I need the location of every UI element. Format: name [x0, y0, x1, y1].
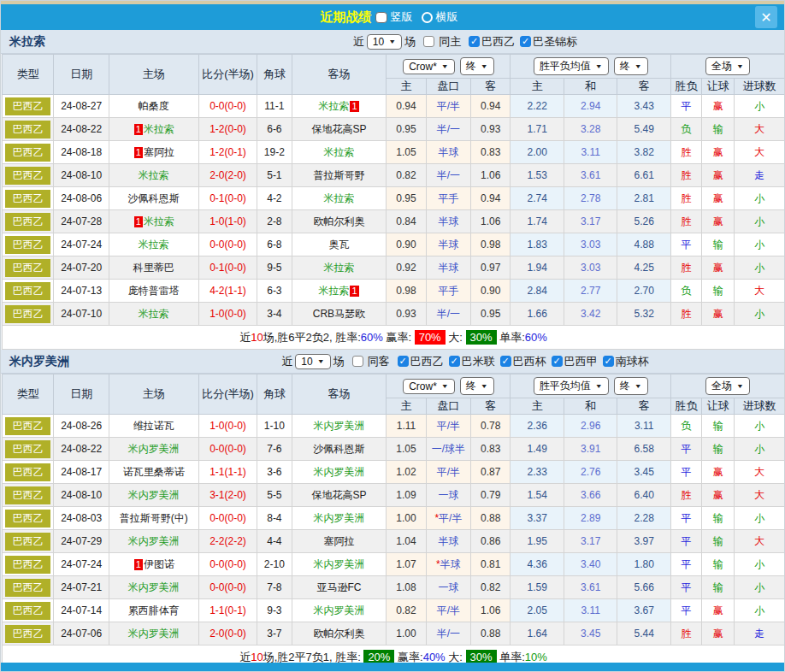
- subcol-result: 胜负: [670, 398, 701, 415]
- league-label[interactable]: 巴米联: [462, 354, 495, 369]
- away-odds-cell: 0.78: [471, 415, 511, 438]
- close-button[interactable]: ✕: [755, 6, 777, 28]
- away-odds-cell: 0.81: [471, 553, 511, 576]
- league-checkbox[interactable]: ✓: [398, 356, 409, 367]
- same-venue-label[interactable]: 同客: [368, 354, 390, 369]
- result-cell: 胜: [670, 303, 701, 326]
- handicap-cell: 半/一: [426, 622, 470, 645]
- avg-odds-header: 胜平负均值▼ 终▼: [511, 55, 670, 79]
- away-odds-cell: 0.87: [471, 461, 511, 484]
- col-home: 主场: [109, 55, 198, 95]
- handicap-cell: 半/一: [426, 164, 470, 187]
- subcol-home-odds: 主: [387, 398, 426, 415]
- date-cell: 24-08-18: [54, 141, 109, 164]
- recent-results-dialog: 近期战绩 竖版 横版 ✕ 米拉索 近 10▼ 场 同主 ✓巴西乙✓巴圣锦标: [0, 0, 785, 672]
- league-label[interactable]: 南球杯: [616, 354, 649, 369]
- match-row: 巴西乙24-07-21米内罗美洲0-0(0-0)7-8亚马逊FC1.08一球0.…: [3, 576, 785, 599]
- score-cell: 1-0(1-0): [198, 210, 257, 233]
- avg-odds-cell: 2.33: [511, 461, 564, 484]
- date-cell: 24-08-22: [54, 438, 109, 461]
- handicap-cell: 半球: [426, 256, 470, 280]
- chevron-down-icon: ▼: [388, 38, 396, 45]
- league-label[interactable]: 巴圣锦标: [533, 34, 577, 50]
- result-cell: 胜: [670, 256, 701, 280]
- avg-odds-select[interactable]: 胜平负均值▼: [534, 377, 609, 395]
- league-checkbox[interactable]: ✓: [552, 356, 563, 367]
- match-row: 巴西乙24-07-24米拉索0-0(0-0)6-8奥瓦0.90半球0.981.8…: [3, 233, 785, 256]
- handicap-result-cell: 输: [702, 118, 735, 141]
- radio-vertical-layout[interactable]: [375, 12, 387, 23]
- league-type-cell: 巴西乙: [3, 118, 54, 141]
- chevron-down-icon: ▼: [595, 383, 603, 390]
- rate-badge: 20%: [363, 650, 394, 664]
- handicap-cell: 平/半: [426, 461, 470, 484]
- chevron-down-icon: ▼: [481, 383, 488, 390]
- avg-time-select[interactable]: 终▼: [614, 377, 648, 395]
- avg-odds-cell: 6.40: [617, 484, 671, 507]
- same-venue-checkbox[interactable]: [352, 356, 363, 367]
- period-select[interactable]: 全场▼: [705, 57, 750, 75]
- league-label[interactable]: 巴西乙: [481, 34, 515, 50]
- league-checkbox[interactable]: ✓: [469, 36, 480, 47]
- league-checkbox[interactable]: ✓: [500, 356, 511, 367]
- results-table: 类型 日期 主场 比分(半场) 角球 客场 Crow*▼ 终▼ 胜平负均: [2, 54, 785, 350]
- league-type-cell: 巴西乙: [3, 95, 54, 118]
- corner-cell: 5-5: [257, 484, 292, 507]
- avg-time-select[interactable]: 终▼: [614, 57, 648, 75]
- same-venue-checkbox[interactable]: [423, 36, 434, 47]
- league-checkbox[interactable]: ✓: [520, 36, 531, 47]
- score-cell: 1-1(1-1): [198, 461, 257, 484]
- avg-odds-cell: 5.66: [617, 576, 671, 599]
- league-type-cell: 巴西乙: [3, 461, 54, 484]
- league-label[interactable]: 巴西杯: [513, 354, 546, 369]
- avg-odds-cell: 2.96: [564, 415, 617, 438]
- period-select[interactable]: 全场▼: [705, 377, 750, 395]
- chevron-down-icon: ▼: [441, 63, 449, 70]
- odds-source-select[interactable]: Crow*▼: [403, 379, 455, 394]
- odds-source-header: Crow*▼ 终▼: [387, 374, 511, 398]
- handicap-result-cell: 输: [702, 280, 735, 303]
- match-count-select[interactable]: 10▼: [295, 354, 330, 369]
- goals-result-cell: 小: [735, 210, 785, 233]
- league-checkbox[interactable]: ✓: [449, 356, 460, 367]
- subcol-goals: 进球数: [735, 398, 785, 415]
- goals-result-cell: 大: [735, 530, 785, 553]
- subcol-away-odds: 客: [471, 398, 511, 415]
- avg-odds-cell: 1.71: [511, 118, 564, 141]
- corner-cell: 4-2: [257, 187, 292, 210]
- league-label[interactable]: 巴西甲: [564, 354, 598, 369]
- same-venue-label[interactable]: 同主: [439, 34, 461, 50]
- odds-time-select[interactable]: 终▼: [460, 377, 494, 395]
- team-cell: 沙佩科恩斯: [292, 438, 387, 461]
- goals-result-cell: 小: [735, 303, 785, 326]
- handicap-cell: 半球: [426, 141, 470, 164]
- league-checkbox[interactable]: ✓: [603, 356, 614, 367]
- corner-cell: 4-4: [257, 530, 292, 553]
- col-away: 客场: [292, 374, 387, 415]
- avg-odds-cell: 4.88: [617, 233, 671, 256]
- handicap-cell: *半球: [426, 553, 470, 576]
- col-corner: 角球: [257, 374, 292, 415]
- radio-vertical-label[interactable]: 竖版: [391, 9, 413, 25]
- match-count-select[interactable]: 10▼: [367, 34, 402, 50]
- score-cell: 1-0(0-0): [198, 415, 257, 438]
- avg-odds-cell: 1.59: [511, 576, 564, 599]
- match-row: 巴西乙24-07-20科里蒂巴0-1(0-0)9-5米拉索0.92半球0.971…: [3, 256, 785, 280]
- summary-text: 大:: [446, 331, 466, 344]
- goals-result-cell: 小: [735, 256, 785, 280]
- league-label[interactable]: 巴西乙: [410, 354, 444, 369]
- subcol-result: 胜负: [670, 79, 701, 95]
- avg-odds-select[interactable]: 胜平负均值▼: [534, 57, 609, 75]
- odds-source-select[interactable]: Crow*▼: [403, 59, 455, 74]
- handicap-result-cell: 赢: [702, 622, 735, 645]
- handicap-cell: 平手: [426, 187, 470, 210]
- away-odds-cell: 0.86: [471, 530, 511, 553]
- handicap-cell: 半球: [426, 210, 470, 233]
- radio-horizontal-label[interactable]: 横版: [436, 9, 458, 25]
- odds-time-select[interactable]: 终▼: [460, 57, 494, 75]
- radio-horizontal-layout[interactable]: [422, 12, 433, 23]
- avg-odds-cell: 2.76: [564, 461, 617, 484]
- team-cell: 欧帕尔利奥: [292, 622, 387, 645]
- date-cell: 24-07-20: [54, 256, 109, 280]
- league-type-cell: 巴西乙: [3, 553, 54, 576]
